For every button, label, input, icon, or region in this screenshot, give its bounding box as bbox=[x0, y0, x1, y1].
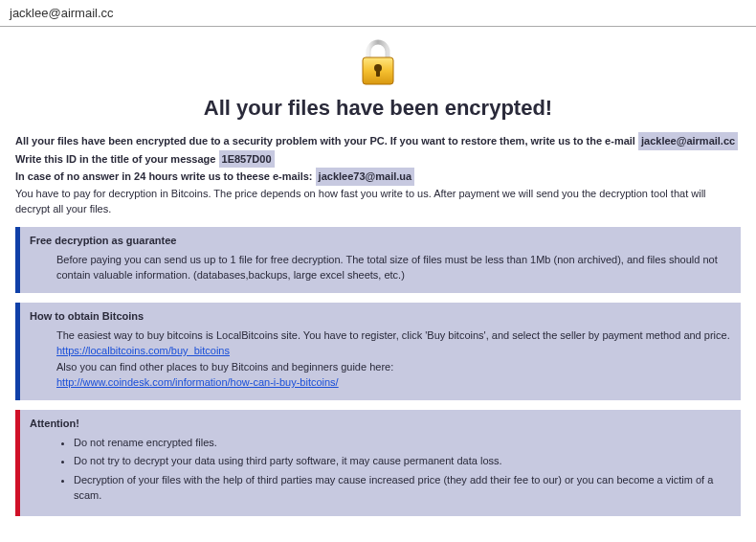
bitcoins-text-2: Also you can find other places to buy Bi… bbox=[56, 359, 731, 375]
bitcoins-text-1: The easiest way to buy bitcoins is Local… bbox=[56, 327, 731, 344]
content-area: All your files have been encrypted! All … bbox=[0, 27, 756, 533]
intro-line4: You have to pay for decryption in Bitcoi… bbox=[15, 186, 741, 217]
section-body: Do not rename encrypted files. Do not tr… bbox=[30, 435, 731, 504]
intro-text: All your files have been encrypted due t… bbox=[15, 132, 741, 217]
window-title: jacklee@airmail.cc bbox=[0, 0, 756, 27]
lock-icon bbox=[355, 38, 401, 88]
section-bitcoins: How to obtain Bitcoins The easiest way t… bbox=[15, 303, 741, 400]
link-coindesk[interactable]: http://www.coindesk.com/information/how-… bbox=[56, 376, 339, 388]
section-title: Attention! bbox=[30, 418, 731, 429]
section-title: How to obtain Bitcoins bbox=[30, 310, 731, 322]
contact-email-2: jacklee73@mail.ua bbox=[316, 168, 415, 186]
intro-line2: Write this ID in the title of your messa… bbox=[15, 153, 219, 165]
message-id: 1E857D00 bbox=[219, 150, 275, 169]
page-title: All your files have been encrypted! bbox=[15, 96, 741, 121]
lock-icon-wrap bbox=[15, 38, 741, 92]
link-localbitcoins[interactable]: https://localbitcoins.com/buy_bitcoins bbox=[56, 345, 230, 356]
intro-line3: In case of no answer in 24 hours write u… bbox=[15, 170, 316, 182]
section-attention: Attention! Do not rename encrypted files… bbox=[15, 410, 741, 516]
section-body: Before paying you can send us up to 1 fi… bbox=[30, 252, 731, 283]
attention-list: Do not rename encrypted files. Do not tr… bbox=[56, 435, 731, 504]
list-item: Decryption of your files with the help o… bbox=[74, 472, 731, 504]
section-title: Free decryption as guarantee bbox=[30, 235, 731, 246]
section-free-decryption: Free decryption as guarantee Before payi… bbox=[15, 227, 741, 293]
list-item: Do not rename encrypted files. bbox=[74, 435, 731, 451]
section-body: The easiest way to buy bitcoins is Local… bbox=[30, 327, 731, 391]
list-item: Do not try to decrypt your data using th… bbox=[74, 453, 731, 469]
contact-email-1: jacklee@airmail.cc bbox=[638, 132, 738, 150]
svg-rect-2 bbox=[376, 69, 380, 77]
intro-line1: All your files have been encrypted due t… bbox=[15, 135, 638, 147]
